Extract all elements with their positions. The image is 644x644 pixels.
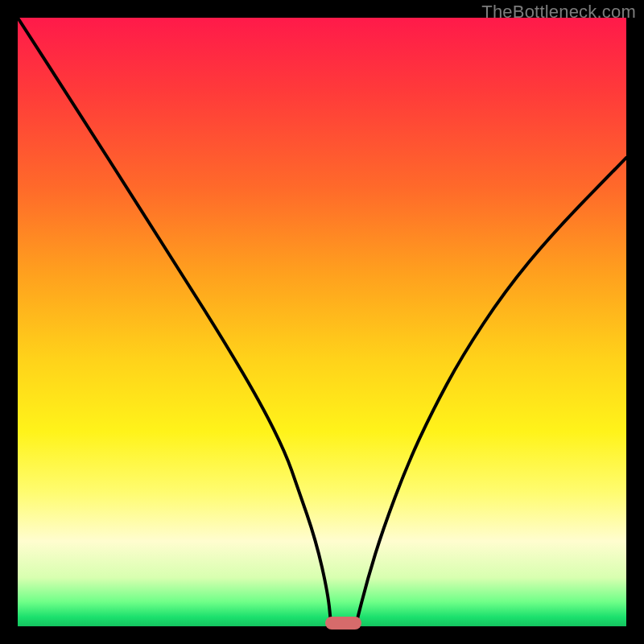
right-curve [356,158,626,626]
bottleneck-marker [325,617,361,629]
watermark-text: TheBottleneck.com [481,2,636,23]
left-curve [18,18,331,626]
chart-area [18,18,626,626]
curves-svg [18,18,626,626]
